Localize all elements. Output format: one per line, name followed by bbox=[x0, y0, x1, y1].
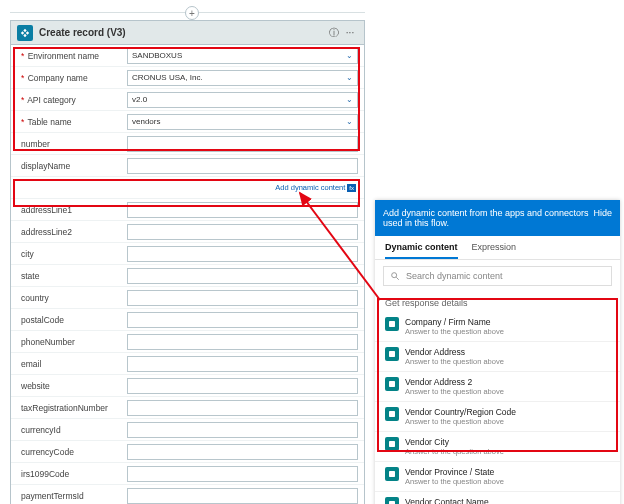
panel-header: Add dynamic content from the apps and co… bbox=[375, 200, 620, 236]
text-field[interactable] bbox=[127, 202, 358, 218]
forms-icon bbox=[385, 317, 399, 331]
dynamic-content-item[interactable]: Vendor Address 2Answer to the question a… bbox=[375, 372, 620, 402]
dropdown-field[interactable]: SANDBOXUS⌄ bbox=[127, 48, 358, 64]
item-title: Company / Firm Name bbox=[405, 317, 504, 327]
field-label: * Company name bbox=[17, 73, 127, 83]
search-input[interactable]: Search dynamic content bbox=[383, 266, 612, 286]
dynamic-content-item[interactable]: Vendor CityAnswer to the question above bbox=[375, 432, 620, 462]
connector-icon bbox=[17, 25, 33, 41]
dynamic-content-item[interactable]: Vendor AddressAnswer to the question abo… bbox=[375, 342, 620, 372]
dynamic-content-glyph-icon: fx bbox=[347, 184, 356, 192]
form-row: addressLine2 bbox=[11, 221, 364, 243]
more-icon[interactable]: ··· bbox=[342, 27, 358, 38]
tab-expression[interactable]: Expression bbox=[472, 242, 517, 259]
item-subtitle: Answer to the question above bbox=[405, 447, 504, 456]
field-value: SANDBOXUS bbox=[132, 51, 182, 60]
form-row: phoneNumber bbox=[11, 331, 364, 353]
text-field[interactable] bbox=[127, 136, 358, 152]
form-row: postalCode bbox=[11, 309, 364, 331]
field-label: currencyId bbox=[17, 425, 127, 435]
svg-rect-6 bbox=[389, 441, 395, 447]
text-field[interactable] bbox=[127, 312, 358, 328]
item-subtitle: Answer to the question above bbox=[405, 477, 504, 486]
text-field[interactable] bbox=[127, 268, 358, 284]
add-dynamic-content-link[interactable]: Add dynamic contentfx bbox=[275, 183, 358, 192]
text-field[interactable] bbox=[127, 466, 358, 482]
form-row: * Table namevendors⌄ bbox=[11, 111, 364, 133]
text-field[interactable] bbox=[127, 224, 358, 240]
item-title: Vendor City bbox=[405, 437, 504, 447]
item-title: Vendor Country/Region Code bbox=[405, 407, 516, 417]
text-field[interactable] bbox=[127, 356, 358, 372]
form-row: email bbox=[11, 353, 364, 375]
dropdown-field[interactable]: CRONUS USA, Inc.⌄ bbox=[127, 70, 358, 86]
dynamic-content-item[interactable]: Vendor Contact NameAnswer to the questio… bbox=[375, 492, 620, 504]
form-row: displayName bbox=[11, 155, 364, 177]
add-step-button[interactable]: + bbox=[185, 6, 199, 20]
form-row: paymentTermsId bbox=[11, 485, 364, 504]
item-subtitle: Answer to the question above bbox=[405, 417, 516, 426]
form-row: country bbox=[11, 287, 364, 309]
item-subtitle: Answer to the question above bbox=[405, 357, 504, 366]
chevron-down-icon: ⌄ bbox=[346, 117, 353, 126]
forms-icon bbox=[385, 407, 399, 421]
text-field[interactable] bbox=[127, 378, 358, 394]
form-row: * Environment nameSANDBOXUS⌄ bbox=[11, 45, 364, 67]
text-field[interactable] bbox=[127, 290, 358, 306]
info-icon[interactable]: ⓘ bbox=[326, 26, 342, 40]
text-field[interactable] bbox=[127, 246, 358, 262]
field-label: paymentTermsId bbox=[17, 491, 127, 501]
form-row: currencyCode bbox=[11, 441, 364, 463]
text-field[interactable] bbox=[127, 488, 358, 504]
dynamic-content-panel: Add dynamic content from the apps and co… bbox=[375, 200, 620, 504]
tab-dynamic-content[interactable]: Dynamic content bbox=[385, 242, 458, 259]
dynamic-content-item[interactable]: Vendor Province / StateAnswer to the que… bbox=[375, 462, 620, 492]
form-row: * API categoryv2.0⌄ bbox=[11, 89, 364, 111]
item-title: Vendor Province / State bbox=[405, 467, 504, 477]
text-field[interactable] bbox=[127, 334, 358, 350]
field-label: taxRegistrationNumber bbox=[17, 403, 127, 413]
forms-icon bbox=[385, 497, 399, 504]
dynamic-content-item[interactable]: Company / Firm NameAnswer to the questio… bbox=[375, 312, 620, 342]
card-header[interactable]: Create record (V3) ⓘ ··· bbox=[11, 21, 364, 45]
text-field[interactable] bbox=[127, 400, 358, 416]
text-field[interactable] bbox=[127, 158, 358, 174]
field-label: state bbox=[17, 271, 127, 281]
dropdown-field[interactable]: v2.0⌄ bbox=[127, 92, 358, 108]
svg-rect-7 bbox=[389, 471, 395, 477]
text-field[interactable] bbox=[127, 422, 358, 438]
svg-line-1 bbox=[396, 277, 399, 280]
form-row: number bbox=[11, 133, 364, 155]
hide-button[interactable]: Hide bbox=[593, 208, 612, 228]
item-subtitle: Answer to the question above bbox=[405, 387, 504, 396]
field-label: postalCode bbox=[17, 315, 127, 325]
search-icon bbox=[390, 271, 400, 281]
field-label: displayName bbox=[17, 161, 127, 171]
chevron-down-icon: ⌄ bbox=[346, 73, 353, 82]
panel-tabs: Dynamic content Expression bbox=[375, 236, 620, 260]
dropdown-field[interactable]: vendors⌄ bbox=[127, 114, 358, 130]
forms-icon bbox=[385, 467, 399, 481]
svg-rect-2 bbox=[389, 321, 395, 327]
dynamic-content-item[interactable]: Vendor Country/Region CodeAnswer to the … bbox=[375, 402, 620, 432]
field-value: vendors bbox=[132, 117, 160, 126]
field-label: * Table name bbox=[17, 117, 127, 127]
svg-rect-4 bbox=[389, 381, 395, 387]
search-placeholder: Search dynamic content bbox=[406, 271, 503, 281]
text-field[interactable] bbox=[127, 444, 358, 460]
field-label: irs1099Code bbox=[17, 469, 127, 479]
forms-icon bbox=[385, 437, 399, 451]
field-value: CRONUS USA, Inc. bbox=[132, 73, 203, 82]
field-label: country bbox=[17, 293, 127, 303]
create-record-card: Create record (V3) ⓘ ··· * Environment n… bbox=[10, 20, 365, 504]
field-label: number bbox=[17, 139, 127, 149]
item-subtitle: Answer to the question above bbox=[405, 327, 504, 336]
field-label: * API category bbox=[17, 95, 127, 105]
panel-header-text: Add dynamic content from the apps and co… bbox=[383, 208, 593, 228]
chevron-down-icon: ⌄ bbox=[346, 95, 353, 104]
form-row: taxRegistrationNumber bbox=[11, 397, 364, 419]
svg-point-0 bbox=[392, 273, 397, 278]
item-title: Vendor Address 2 bbox=[405, 377, 504, 387]
form-row: currencyId bbox=[11, 419, 364, 441]
field-label: * Environment name bbox=[17, 51, 127, 61]
